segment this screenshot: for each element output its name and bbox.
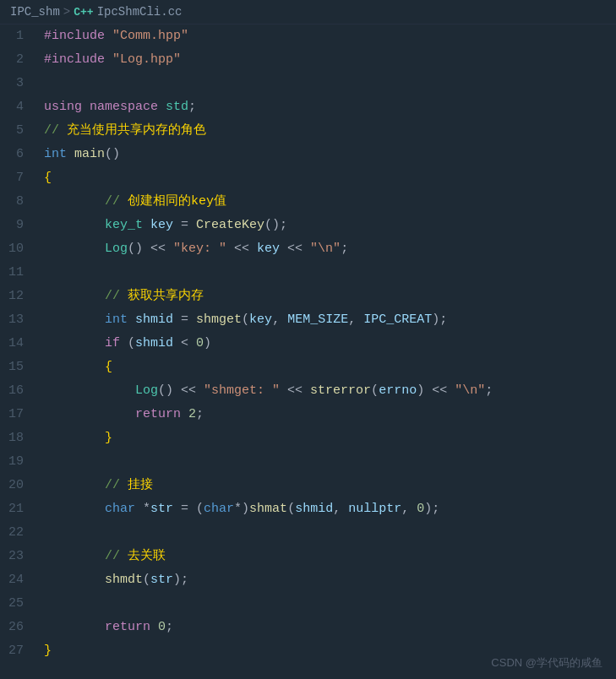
line-number: 15 [0, 356, 41, 378]
token-plain: ( [143, 573, 150, 587]
token-num: 0 [417, 502, 424, 516]
token-str: "\n" [455, 383, 485, 398]
token-plain [44, 218, 105, 232]
token-fn: shmdt [105, 573, 143, 587]
token-comment-zh: 去关联 [128, 549, 166, 563]
token-plain: , [401, 502, 417, 516]
token-plain: << [226, 242, 257, 256]
line-content: // 获取共享内存 [41, 285, 616, 307]
line-content: #include "Log.hpp" [41, 49, 616, 71]
token-plain [67, 147, 74, 161]
code-line: 8 // 创建相同的key值 [0, 190, 616, 214]
line-content: char *str = (char*)shmat(shmid, nullptr,… [41, 498, 616, 520]
token-plain [44, 383, 135, 398]
line-content: // 充当使用共享内存的角色 [41, 120, 616, 142]
token-plain [44, 431, 105, 445]
token-kw-char: char [105, 502, 135, 516]
line-number: 6 [0, 144, 41, 166]
token-brace: { [44, 171, 52, 185]
token-macro: MEM_SIZE [287, 312, 348, 327]
breadcrumb-cpp-icon: C++ [74, 6, 93, 19]
line-content: { [41, 167, 616, 189]
token-plain [44, 407, 135, 421]
line-number: 3 [0, 73, 41, 95]
breadcrumb-sep: > [63, 5, 70, 19]
token-plain: , [272, 312, 287, 327]
token-plain [143, 218, 150, 232]
code-line: 4using namespace std; [0, 95, 616, 119]
token-brace: { [105, 360, 112, 374]
line-content: using namespace std; [41, 96, 616, 118]
code-line: 9 key_t key = CreateKey(); [0, 214, 616, 237]
line-number: 5 [0, 120, 41, 142]
code-line: 6int main() [0, 143, 616, 166]
token-fn: strerror [310, 383, 371, 398]
line-number: 17 [0, 404, 41, 426]
token-comment: // [105, 289, 128, 303]
token-comment-zh: 创建相同的key值 [128, 194, 226, 209]
token-plain: = [173, 218, 196, 232]
line-content: return 2; [41, 404, 616, 426]
token-plain [82, 100, 90, 114]
line-content: #include "Comm.hpp" [41, 25, 616, 47]
token-plain: *) [234, 502, 249, 516]
token-plain: ); [432, 312, 447, 327]
token-plain [158, 100, 166, 114]
token-plain [44, 194, 105, 209]
token-plain: () [105, 147, 120, 161]
code-line: 7{ [0, 166, 616, 190]
token-plain [44, 336, 105, 350]
token-plain [105, 52, 112, 67]
token-plain [150, 620, 158, 634]
token-plain: ; [341, 242, 348, 256]
line-content [41, 522, 616, 544]
line-number: 25 [0, 593, 41, 615]
line-content: return 0; [41, 617, 616, 638]
code-line: 25 [0, 592, 616, 616]
line-content: // 创建相同的key值 [41, 191, 616, 213]
line-content: { [41, 356, 616, 378]
token-kw-include: #include [44, 29, 105, 43]
token-plain: ); [424, 502, 439, 516]
token-kw-int: int [44, 147, 67, 161]
token-fn: main [74, 147, 105, 161]
token-plain: < [173, 336, 196, 350]
token-fn: CreateKey [196, 218, 264, 232]
watermark: CSDN @学代码的咸鱼 [491, 655, 602, 671]
line-number: 12 [0, 285, 41, 307]
token-plain [44, 620, 105, 634]
token-macro: nullptr [348, 502, 401, 516]
line-number: 24 [0, 569, 41, 591]
token-kw-int: int [105, 312, 128, 327]
code-line: 19 [0, 450, 616, 474]
token-kw-return: return [105, 620, 150, 634]
token-type: Log [105, 242, 128, 256]
token-plain: (); [264, 218, 287, 232]
token-plain: ) << [417, 383, 455, 398]
token-fn: shmat [249, 502, 287, 516]
line-number: 8 [0, 191, 41, 213]
breadcrumb-folder: IPC_shm [10, 5, 60, 19]
token-plain: * [135, 502, 150, 516]
line-number: 2 [0, 49, 41, 71]
code-line: 15 { [0, 356, 616, 379]
token-str: "\n" [310, 242, 341, 256]
token-plain [44, 549, 105, 563]
token-plain [44, 289, 105, 303]
token-kw-include: #include [44, 52, 105, 67]
token-kw-char: char [204, 502, 234, 516]
code-line: 26 return 0; [0, 616, 616, 639]
token-plain [128, 312, 135, 327]
token-plain: , [333, 502, 348, 516]
code-line: 17 return 2; [0, 403, 616, 426]
line-content: int shmid = shmget(key, MEM_SIZE, IPC_CR… [41, 309, 616, 331]
line-number: 18 [0, 427, 41, 449]
line-content: // 挂接 [41, 475, 616, 497]
line-number: 21 [0, 498, 41, 520]
token-plain: ( [371, 383, 379, 398]
token-plain [44, 312, 105, 327]
code-line: 5// 充当使用共享内存的角色 [0, 119, 616, 143]
token-plain: << [280, 242, 310, 256]
line-number: 10 [0, 238, 41, 260]
token-plain [44, 502, 105, 516]
